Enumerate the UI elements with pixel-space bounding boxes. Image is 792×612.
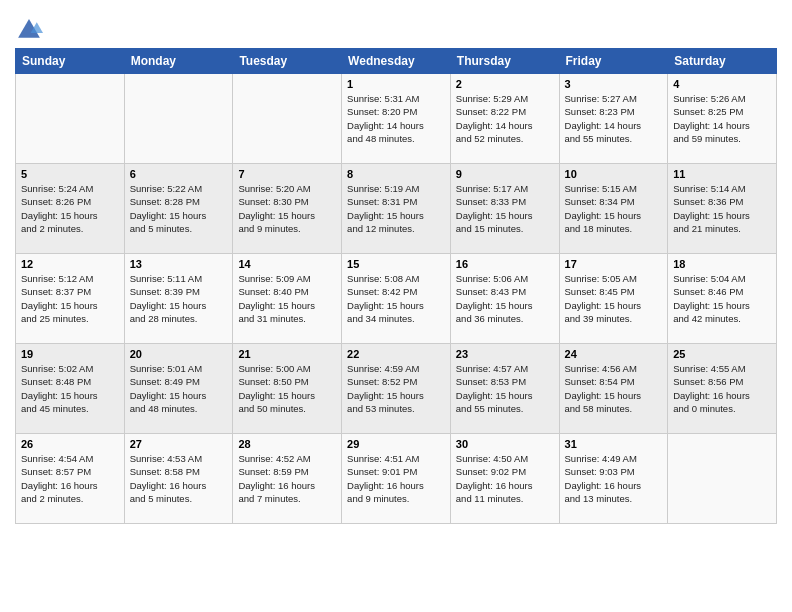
day-info: Sunrise: 5:08 AM Sunset: 8:42 PM Dayligh… xyxy=(347,272,445,325)
calendar-cell xyxy=(668,434,777,524)
calendar-cell xyxy=(233,74,342,164)
day-number: 8 xyxy=(347,168,445,180)
day-number: 23 xyxy=(456,348,554,360)
day-number: 10 xyxy=(565,168,663,180)
day-info: Sunrise: 5:01 AM Sunset: 8:49 PM Dayligh… xyxy=(130,362,228,415)
weekday-header-row: SundayMondayTuesdayWednesdayThursdayFrid… xyxy=(16,49,777,74)
calendar-cell: 2Sunrise: 5:29 AM Sunset: 8:22 PM Daylig… xyxy=(450,74,559,164)
day-number: 31 xyxy=(565,438,663,450)
calendar-cell: 25Sunrise: 4:55 AM Sunset: 8:56 PM Dayli… xyxy=(668,344,777,434)
day-number: 12 xyxy=(21,258,119,270)
day-number: 18 xyxy=(673,258,771,270)
day-number: 22 xyxy=(347,348,445,360)
calendar-cell: 24Sunrise: 4:56 AM Sunset: 8:54 PM Dayli… xyxy=(559,344,668,434)
day-info: Sunrise: 5:04 AM Sunset: 8:46 PM Dayligh… xyxy=(673,272,771,325)
calendar-cell: 8Sunrise: 5:19 AM Sunset: 8:31 PM Daylig… xyxy=(342,164,451,254)
day-info: Sunrise: 5:00 AM Sunset: 8:50 PM Dayligh… xyxy=(238,362,336,415)
calendar-cell: 31Sunrise: 4:49 AM Sunset: 9:03 PM Dayli… xyxy=(559,434,668,524)
day-info: Sunrise: 4:53 AM Sunset: 8:58 PM Dayligh… xyxy=(130,452,228,505)
day-number: 2 xyxy=(456,78,554,90)
day-number: 27 xyxy=(130,438,228,450)
day-info: Sunrise: 5:14 AM Sunset: 8:36 PM Dayligh… xyxy=(673,182,771,235)
calendar-cell: 1Sunrise: 5:31 AM Sunset: 8:20 PM Daylig… xyxy=(342,74,451,164)
day-number: 11 xyxy=(673,168,771,180)
calendar-cell: 28Sunrise: 4:52 AM Sunset: 8:59 PM Dayli… xyxy=(233,434,342,524)
day-info: Sunrise: 5:27 AM Sunset: 8:23 PM Dayligh… xyxy=(565,92,663,145)
calendar-week-row: 5Sunrise: 5:24 AM Sunset: 8:26 PM Daylig… xyxy=(16,164,777,254)
weekday-header: Tuesday xyxy=(233,49,342,74)
weekday-header: Wednesday xyxy=(342,49,451,74)
calendar-cell: 9Sunrise: 5:17 AM Sunset: 8:33 PM Daylig… xyxy=(450,164,559,254)
calendar-cell: 7Sunrise: 5:20 AM Sunset: 8:30 PM Daylig… xyxy=(233,164,342,254)
calendar-week-row: 1Sunrise: 5:31 AM Sunset: 8:20 PM Daylig… xyxy=(16,74,777,164)
calendar-cell: 5Sunrise: 5:24 AM Sunset: 8:26 PM Daylig… xyxy=(16,164,125,254)
weekday-header: Thursday xyxy=(450,49,559,74)
header xyxy=(15,10,777,44)
day-info: Sunrise: 5:20 AM Sunset: 8:30 PM Dayligh… xyxy=(238,182,336,235)
day-number: 24 xyxy=(565,348,663,360)
day-number: 3 xyxy=(565,78,663,90)
day-info: Sunrise: 4:57 AM Sunset: 8:53 PM Dayligh… xyxy=(456,362,554,415)
day-info: Sunrise: 5:29 AM Sunset: 8:22 PM Dayligh… xyxy=(456,92,554,145)
calendar-table: SundayMondayTuesdayWednesdayThursdayFrid… xyxy=(15,48,777,524)
calendar-cell: 15Sunrise: 5:08 AM Sunset: 8:42 PM Dayli… xyxy=(342,254,451,344)
day-info: Sunrise: 5:31 AM Sunset: 8:20 PM Dayligh… xyxy=(347,92,445,145)
day-number: 6 xyxy=(130,168,228,180)
day-info: Sunrise: 4:50 AM Sunset: 9:02 PM Dayligh… xyxy=(456,452,554,505)
calendar-cell: 17Sunrise: 5:05 AM Sunset: 8:45 PM Dayli… xyxy=(559,254,668,344)
calendar-cell: 10Sunrise: 5:15 AM Sunset: 8:34 PM Dayli… xyxy=(559,164,668,254)
calendar-cell xyxy=(124,74,233,164)
day-number: 30 xyxy=(456,438,554,450)
day-number: 17 xyxy=(565,258,663,270)
day-number: 26 xyxy=(21,438,119,450)
day-info: Sunrise: 5:11 AM Sunset: 8:39 PM Dayligh… xyxy=(130,272,228,325)
calendar-cell xyxy=(16,74,125,164)
calendar-week-row: 19Sunrise: 5:02 AM Sunset: 8:48 PM Dayli… xyxy=(16,344,777,434)
day-info: Sunrise: 5:12 AM Sunset: 8:37 PM Dayligh… xyxy=(21,272,119,325)
day-info: Sunrise: 5:24 AM Sunset: 8:26 PM Dayligh… xyxy=(21,182,119,235)
day-number: 13 xyxy=(130,258,228,270)
day-info: Sunrise: 5:06 AM Sunset: 8:43 PM Dayligh… xyxy=(456,272,554,325)
day-number: 28 xyxy=(238,438,336,450)
day-number: 4 xyxy=(673,78,771,90)
day-number: 20 xyxy=(130,348,228,360)
day-info: Sunrise: 4:56 AM Sunset: 8:54 PM Dayligh… xyxy=(565,362,663,415)
calendar-cell: 26Sunrise: 4:54 AM Sunset: 8:57 PM Dayli… xyxy=(16,434,125,524)
calendar-cell: 22Sunrise: 4:59 AM Sunset: 8:52 PM Dayli… xyxy=(342,344,451,434)
calendar-cell: 12Sunrise: 5:12 AM Sunset: 8:37 PM Dayli… xyxy=(16,254,125,344)
logo-icon xyxy=(15,16,43,44)
day-info: Sunrise: 4:51 AM Sunset: 9:01 PM Dayligh… xyxy=(347,452,445,505)
calendar-cell: 4Sunrise: 5:26 AM Sunset: 8:25 PM Daylig… xyxy=(668,74,777,164)
calendar-cell: 3Sunrise: 5:27 AM Sunset: 8:23 PM Daylig… xyxy=(559,74,668,164)
day-info: Sunrise: 5:22 AM Sunset: 8:28 PM Dayligh… xyxy=(130,182,228,235)
weekday-header: Saturday xyxy=(668,49,777,74)
calendar-week-row: 26Sunrise: 4:54 AM Sunset: 8:57 PM Dayli… xyxy=(16,434,777,524)
weekday-header: Monday xyxy=(124,49,233,74)
day-info: Sunrise: 5:05 AM Sunset: 8:45 PM Dayligh… xyxy=(565,272,663,325)
logo xyxy=(15,16,45,44)
day-number: 14 xyxy=(238,258,336,270)
calendar-cell: 19Sunrise: 5:02 AM Sunset: 8:48 PM Dayli… xyxy=(16,344,125,434)
calendar-cell: 29Sunrise: 4:51 AM Sunset: 9:01 PM Dayli… xyxy=(342,434,451,524)
calendar-cell: 27Sunrise: 4:53 AM Sunset: 8:58 PM Dayli… xyxy=(124,434,233,524)
day-info: Sunrise: 5:09 AM Sunset: 8:40 PM Dayligh… xyxy=(238,272,336,325)
day-info: Sunrise: 4:55 AM Sunset: 8:56 PM Dayligh… xyxy=(673,362,771,415)
day-info: Sunrise: 5:02 AM Sunset: 8:48 PM Dayligh… xyxy=(21,362,119,415)
calendar-cell: 30Sunrise: 4:50 AM Sunset: 9:02 PM Dayli… xyxy=(450,434,559,524)
day-number: 15 xyxy=(347,258,445,270)
calendar-cell: 14Sunrise: 5:09 AM Sunset: 8:40 PM Dayli… xyxy=(233,254,342,344)
day-number: 25 xyxy=(673,348,771,360)
day-info: Sunrise: 5:19 AM Sunset: 8:31 PM Dayligh… xyxy=(347,182,445,235)
day-info: Sunrise: 5:17 AM Sunset: 8:33 PM Dayligh… xyxy=(456,182,554,235)
day-number: 19 xyxy=(21,348,119,360)
day-info: Sunrise: 4:52 AM Sunset: 8:59 PM Dayligh… xyxy=(238,452,336,505)
calendar-cell: 20Sunrise: 5:01 AM Sunset: 8:49 PM Dayli… xyxy=(124,344,233,434)
day-info: Sunrise: 5:15 AM Sunset: 8:34 PM Dayligh… xyxy=(565,182,663,235)
day-number: 7 xyxy=(238,168,336,180)
day-info: Sunrise: 4:49 AM Sunset: 9:03 PM Dayligh… xyxy=(565,452,663,505)
day-number: 1 xyxy=(347,78,445,90)
day-info: Sunrise: 5:26 AM Sunset: 8:25 PM Dayligh… xyxy=(673,92,771,145)
day-number: 9 xyxy=(456,168,554,180)
weekday-header: Friday xyxy=(559,49,668,74)
day-number: 21 xyxy=(238,348,336,360)
